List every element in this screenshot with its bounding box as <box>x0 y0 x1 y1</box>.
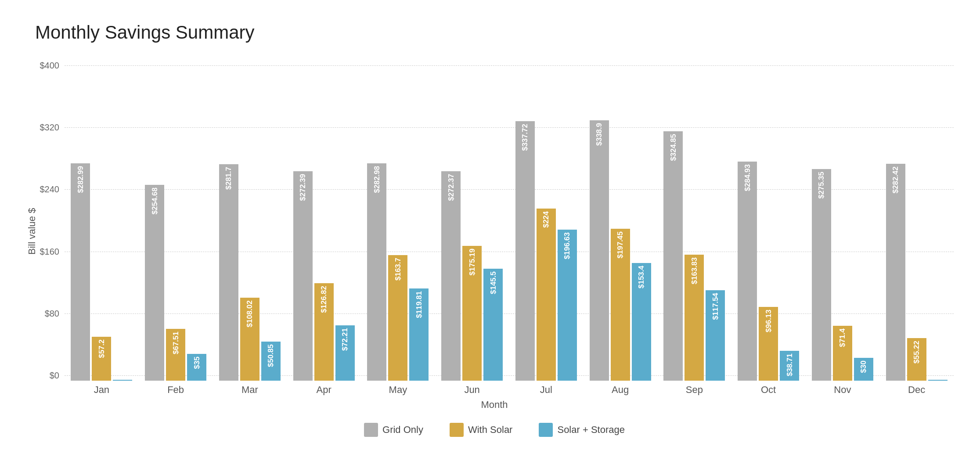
bar-value-label: $108.02 <box>246 300 253 327</box>
bar-value-label: $282.98 <box>373 166 381 193</box>
bar-wrapper-storage <box>113 380 132 381</box>
bar-wrapper-storage: $72.21 <box>335 325 355 381</box>
x-axis-label: Dec <box>879 384 954 396</box>
bar-solar: $96.13 <box>759 307 778 381</box>
bars-area: $282.99$57.2$254.68$67.51$35$281.7$108.0… <box>65 61 954 381</box>
bar-value-label: $145.5 <box>490 271 497 294</box>
bar-wrapper-solar: $197.45 <box>611 229 630 381</box>
bar-solar: $163.83 <box>685 255 704 381</box>
grid-tick-label: $80 <box>35 309 59 319</box>
bar-wrapper-solar: $67.51 <box>166 329 185 381</box>
bar-value-label: $96.13 <box>765 310 772 332</box>
bar-value-label: $50.85 <box>267 344 274 367</box>
bar-storage: $117.54 <box>706 290 725 381</box>
legend-icon-solar <box>450 423 464 437</box>
bar-solar: $55.22 <box>907 338 926 381</box>
grid-tick-label: $400 <box>35 61 59 71</box>
bar-value-label: $119.81 <box>415 291 423 318</box>
month-group: $282.99$57.2 <box>65 163 139 381</box>
bar-value-label: $163.7 <box>394 258 402 281</box>
grid-tick-label: $240 <box>35 184 59 195</box>
bar-value-label: $284.93 <box>744 164 751 191</box>
legend-item-storage: Solar + Storage <box>539 423 624 437</box>
bar-storage: $72.21 <box>335 325 355 381</box>
bar-solar: $197.45 <box>611 229 630 381</box>
x-axis-label: Jun <box>435 384 509 396</box>
bar-wrapper-solar: $175.19 <box>462 246 482 381</box>
bar-value-label: $282.42 <box>892 166 899 193</box>
x-axis-label: Aug <box>583 384 657 396</box>
bar-value-label: $224 <box>542 211 550 228</box>
bar-value-label: $30 <box>860 360 867 373</box>
bar-grid: $282.42 <box>886 164 905 381</box>
month-group: $282.98$163.7$119.81 <box>361 163 435 381</box>
bar-grid: $272.37 <box>441 171 461 381</box>
bar-value-label: $153.4 <box>638 266 645 288</box>
month-group: $275.35$71.4$30 <box>806 169 880 381</box>
bar-solar: $175.19 <box>462 246 482 381</box>
legend-label-storage: Solar + Storage <box>557 424 624 436</box>
bar-wrapper-solar: $163.83 <box>685 255 704 381</box>
bar-wrapper-grid: $281.7 <box>219 164 238 381</box>
grid-tick-label: $160 <box>35 247 59 257</box>
bar-value-label: $175.19 <box>468 249 476 275</box>
bar-wrapper-grid: $254.68 <box>145 185 164 381</box>
chart-container: Monthly Savings Summary Bill value $ $40… <box>0 0 980 472</box>
month-group: $337.72$224$196.63 <box>509 121 584 381</box>
month-group: $282.42$55.22 <box>879 164 954 381</box>
month-group: $254.68$67.51$35 <box>139 185 213 381</box>
bar-wrapper-grid: $284.93 <box>738 162 757 381</box>
bar-value-label: $281.7 <box>225 167 232 190</box>
legend: Grid Only With Solar Solar + Storage <box>35 423 954 437</box>
grid-and-bars: $400$320$240$160$80$0 $282.99$57.2$254.6… <box>35 61 954 381</box>
bar-value-label: $117.54 <box>712 293 719 320</box>
bar-storage <box>928 380 948 381</box>
bar-wrapper-grid: $282.99 <box>71 163 90 381</box>
bar-wrapper-solar: $71.4 <box>833 326 852 381</box>
bar-storage: $35 <box>187 354 206 381</box>
bar-value-label: $72.21 <box>341 328 349 351</box>
bar-solar: $163.7 <box>388 255 407 381</box>
bar-wrapper-storage: $30 <box>854 358 873 381</box>
bar-value-label: $67.51 <box>172 331 180 354</box>
legend-item-grid: Grid Only <box>364 423 423 437</box>
grid-tick-label: $320 <box>35 123 59 133</box>
bar-solar: $67.51 <box>166 329 185 381</box>
bar-wrapper-storage: $117.54 <box>706 290 725 381</box>
bar-grid: $272.39 <box>293 171 313 381</box>
bar-wrapper-solar: $224 <box>537 209 556 381</box>
bar-grid: $282.98 <box>367 163 386 381</box>
bar-wrapper-storage <box>928 380 948 381</box>
bar-solar: $71.4 <box>833 326 852 381</box>
bar-value-label: $71.4 <box>839 328 846 347</box>
bar-storage <box>113 380 132 381</box>
x-axis-label: Apr <box>287 384 361 396</box>
month-group: $324.85$163.83$117.54 <box>657 131 731 381</box>
bar-storage: $145.5 <box>483 269 503 381</box>
bar-value-label: $338.9 <box>595 123 603 146</box>
bar-wrapper-grid: $282.42 <box>886 164 905 381</box>
bar-wrapper-solar: $126.82 <box>314 283 334 381</box>
bar-storage: $196.63 <box>558 230 577 381</box>
bar-wrapper-grid: $272.37 <box>441 171 461 381</box>
bar-value-label: $282.99 <box>77 166 84 193</box>
legend-icon-storage <box>539 423 553 437</box>
month-group: $338.9$197.45$153.4 <box>583 120 657 381</box>
legend-label-solar: With Solar <box>468 424 512 436</box>
bar-wrapper-grid: $272.39 <box>293 171 313 381</box>
bar-grid: $275.35 <box>812 169 831 381</box>
bar-value-label: $272.39 <box>299 174 306 201</box>
bar-grid: $324.85 <box>663 131 683 381</box>
bar-value-label: $196.63 <box>563 232 571 259</box>
bar-grid: $284.93 <box>738 162 757 381</box>
bar-value-label: $55.22 <box>913 341 920 364</box>
bar-wrapper-solar: $57.2 <box>92 337 111 381</box>
x-axis-label: Nov <box>806 384 880 396</box>
grid-tick-label: $0 <box>35 371 59 381</box>
legend-icon-grid <box>364 423 378 437</box>
bar-wrapper-storage: $38.71 <box>780 351 799 381</box>
bar-grid: $254.68 <box>145 185 164 381</box>
legend-item-solar: With Solar <box>450 423 512 437</box>
x-axis-label: Jan <box>65 384 139 396</box>
bar-wrapper-storage: $119.81 <box>409 288 429 381</box>
